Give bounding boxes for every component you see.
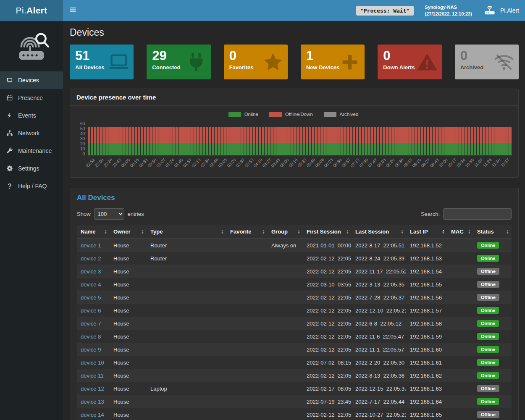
nas-name: Synology-NAS bbox=[425, 4, 472, 11]
app-logo[interactable]: Pi.Alert bbox=[0, 0, 63, 21]
sidebar-item-settings[interactable]: Settings bbox=[0, 160, 63, 177]
sort-icon[interactable]: ▲▼ bbox=[262, 229, 265, 234]
legend-item-archived[interactable]: Archived bbox=[324, 112, 359, 117]
y-axis-tick: 30 bbox=[80, 137, 85, 141]
column-header-last-session[interactable]: Last Session▲▼ bbox=[352, 225, 406, 239]
card-all-devices[interactable]: 51All Devices bbox=[70, 45, 134, 79]
devices-table: Name▲▼Owner▲▼Type▲▼Favorite▲▼Group▲▼Firs… bbox=[77, 225, 512, 420]
chart-bar bbox=[288, 122, 291, 155]
device-link[interactable]: device 5 bbox=[81, 294, 101, 301]
sidebar-toggle-button[interactable] bbox=[63, 0, 82, 21]
column-header-owner[interactable]: Owner▲▼ bbox=[110, 225, 147, 239]
column-header-favorite[interactable]: Favorite▲▼ bbox=[226, 225, 268, 239]
column-header-group[interactable]: Group▲▼ bbox=[268, 225, 303, 239]
cell-owner: House bbox=[110, 278, 147, 291]
user-menu[interactable]: Pi.Alert bbox=[483, 4, 519, 18]
entries-label: entries bbox=[128, 211, 144, 217]
chart-bar bbox=[218, 122, 220, 155]
cell-favorite bbox=[226, 343, 268, 356]
card-connected[interactable]: 29Connected bbox=[147, 45, 210, 79]
legend-item-online[interactable]: Online bbox=[228, 112, 258, 117]
sort-icon[interactable]: ▲▼ bbox=[141, 229, 144, 234]
device-link[interactable]: device 3 bbox=[81, 268, 101, 275]
chart-bar bbox=[291, 122, 294, 155]
device-link[interactable]: device 13 bbox=[81, 399, 104, 405]
column-header-name[interactable]: Name▲▼ bbox=[77, 225, 110, 239]
cell-status: Offline bbox=[473, 382, 512, 395]
status-badge: Offline bbox=[477, 411, 499, 418]
device-link[interactable]: device 12 bbox=[81, 386, 104, 392]
sidebar-item-devices[interactable]: Devices bbox=[0, 71, 63, 89]
sidebar-item-presence[interactable]: Presence bbox=[0, 89, 63, 107]
card-down-alerts[interactable]: 0Down Alerts bbox=[378, 45, 441, 79]
sort-icon[interactable]: ▲▼ bbox=[297, 229, 300, 234]
chart-bar bbox=[468, 122, 470, 155]
device-link[interactable]: device 11 bbox=[81, 373, 104, 379]
sidebar-item-maintenance[interactable]: Maintenance bbox=[0, 142, 63, 160]
sidebar-item-network[interactable]: Network bbox=[0, 124, 63, 142]
sort-icon[interactable]: ▲▼ bbox=[442, 229, 445, 234]
device-link[interactable]: device 7 bbox=[81, 320, 101, 327]
device-link[interactable]: device 1 bbox=[81, 242, 101, 249]
cell-favorite bbox=[226, 356, 268, 369]
sidebar-item-events[interactable]: Events bbox=[0, 107, 63, 124]
card-favorites[interactable]: 0Favorites bbox=[224, 45, 288, 79]
sort-icon[interactable]: ▲▼ bbox=[221, 229, 224, 234]
card-archived[interactable]: 0Archived bbox=[455, 45, 519, 79]
device-link[interactable]: device 14 bbox=[81, 412, 104, 418]
column-label: Name bbox=[81, 228, 95, 235]
chart-bar bbox=[197, 122, 200, 155]
chart-bar bbox=[135, 122, 137, 155]
column-header-status[interactable]: Status▲▼ bbox=[473, 225, 512, 239]
sidebar-item-label: Help / FAQ bbox=[18, 183, 47, 189]
cell-last-ip: 192.168.1.52 bbox=[406, 239, 447, 252]
cell-last-ip: 192.168.1.58 bbox=[406, 317, 447, 330]
cell-owner: House bbox=[110, 330, 147, 343]
device-link[interactable]: device 2 bbox=[81, 255, 101, 262]
device-link[interactable]: device 6 bbox=[81, 307, 101, 314]
chart-bar bbox=[265, 122, 267, 155]
search-input[interactable] bbox=[443, 208, 512, 220]
cell-type bbox=[147, 291, 226, 304]
chart-bar bbox=[294, 122, 297, 155]
sort-icon[interactable]: ▲▼ bbox=[401, 229, 404, 234]
sidebar-item-help-faq[interactable]: Help / FAQ bbox=[0, 177, 63, 195]
chart-bar bbox=[155, 122, 158, 155]
page-length-select[interactable]: 100 bbox=[94, 208, 124, 220]
cell-owner: House bbox=[110, 356, 147, 369]
device-link[interactable]: device 10 bbox=[81, 360, 104, 366]
cell-favorite bbox=[226, 252, 268, 265]
column-label: Last IP bbox=[410, 228, 428, 235]
cell-last-ip: 192.168.1.57 bbox=[406, 304, 447, 317]
card-new-devices[interactable]: 1New Devices bbox=[301, 45, 365, 79]
chart-bar bbox=[459, 122, 462, 155]
search-control: Search: bbox=[421, 208, 512, 220]
chart-x-axis: 22:5223:0923:2623:4300:0000:1600:3300:50… bbox=[88, 156, 512, 176]
device-link[interactable]: device 9 bbox=[81, 346, 101, 353]
column-header-mac[interactable]: MAC▲▼ bbox=[447, 225, 473, 239]
chart-bar bbox=[394, 122, 397, 155]
device-link[interactable]: device 4 bbox=[81, 281, 101, 288]
column-header-last-ip[interactable]: Last IP▲▼ bbox=[406, 225, 447, 239]
sort-icon[interactable]: ▲▼ bbox=[346, 229, 349, 234]
cell-group bbox=[268, 343, 303, 356]
summary-cards: 51All Devices29Connected0Favorites1New D… bbox=[70, 45, 519, 79]
chart-bar bbox=[117, 122, 120, 155]
sort-icon[interactable]: ▲▼ bbox=[104, 229, 107, 234]
column-header-type[interactable]: Type▲▼ bbox=[147, 225, 226, 239]
cell-mac bbox=[447, 369, 473, 382]
sort-icon[interactable]: ▲▼ bbox=[468, 229, 471, 234]
chart-bar bbox=[424, 122, 426, 155]
legend-item-offline-down[interactable]: Offline/Down bbox=[269, 112, 313, 117]
chart-bar bbox=[374, 122, 376, 155]
chart-bar bbox=[403, 122, 406, 155]
show-label: Show bbox=[77, 211, 91, 217]
device-link[interactable]: device 8 bbox=[81, 333, 101, 340]
chart-bar bbox=[235, 122, 238, 155]
cell-group bbox=[268, 317, 303, 330]
chart-bar bbox=[320, 122, 323, 155]
sort-icon[interactable]: ▲▼ bbox=[506, 229, 509, 234]
chart-bar bbox=[126, 122, 129, 155]
column-header-first-session[interactable]: First Session▲▼ bbox=[303, 225, 352, 239]
chart-bar bbox=[220, 122, 223, 155]
